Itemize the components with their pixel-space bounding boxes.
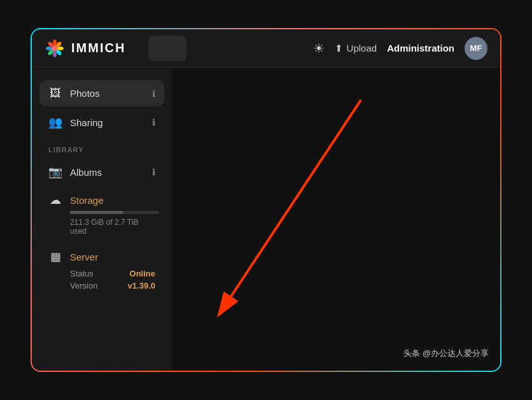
upload-button[interactable]: ⬆ Upload [335,43,377,54]
storage-header[interactable]: ☁ Storage [48,193,155,207]
top-bar: IMMICH ☀ ⬆ Upload Administration MF [32,29,500,68]
storage-label: Storage [70,195,104,206]
status-value: Online [130,269,155,278]
svg-point-7 [46,46,52,50]
server-icon: ▦ [48,250,62,264]
sidebar-item-photos[interactable]: 🖼 Photos ℹ [39,80,164,106]
main-area [172,68,500,371]
server-status-row: Status Online [70,269,155,278]
storage-usage-text: 211.3 GiB of 2.7 TiB used [70,218,155,236]
sharing-icon: 👥 [48,115,62,129]
library-section-label: LIBRARY [39,138,164,156]
watermark: 头条 @办公达人爱分享 [403,348,489,359]
server-version-row: Version v1.39.0 [70,281,155,290]
storage-section: ☁ Storage 211.3 GiB of 2.7 TiB used [39,188,164,242]
user-avatar[interactable]: MF [465,37,487,60]
sidebar-item-sharing[interactable]: 👥 Sharing ℹ [39,109,164,136]
storage-bar-fill [70,211,123,214]
server-label: Server [70,252,98,262]
status-label: Status [70,269,94,278]
sidebar-item-albums[interactable]: 📷 Albums ℹ [39,159,164,185]
albums-info-icon[interactable]: ℹ [152,167,155,177]
svg-point-5 [53,51,57,57]
sharing-label: Sharing [70,117,103,128]
photos-info-icon[interactable]: ℹ [152,89,155,99]
photos-label: Photos [70,88,100,99]
svg-point-3 [57,46,64,50]
search-box[interactable] [148,36,186,61]
administration-button[interactable]: Administration [387,43,454,54]
sidebar: 🖼 Photos ℹ 👥 Sharing ℹ LIBRARY 📷 Albums … [32,68,172,371]
storage-icon: ☁ [48,193,62,207]
brightness-icon[interactable]: ☀ [313,41,325,56]
version-label: Version [70,281,97,290]
photos-icon: 🖼 [48,87,62,100]
main-content: 🖼 Photos ℹ 👥 Sharing ℹ LIBRARY 📷 Albums … [32,68,500,371]
albums-icon: 📷 [48,165,62,179]
version-value: v1.39.0 [128,281,155,290]
upload-label: Upload [347,43,377,54]
sharing-info-icon[interactable]: ℹ [152,117,155,127]
storage-bar-container [70,211,159,214]
app-title: IMMICH [71,41,125,55]
server-section: ▦ Server Status Online Version v1.39.0 [39,245,164,298]
app-logo-icon [45,38,65,59]
svg-point-1 [53,39,57,46]
logo-area: IMMICH [45,38,125,59]
albums-label: Albums [70,167,102,178]
upload-icon: ⬆ [335,43,343,54]
app-window: IMMICH ☀ ⬆ Upload Administration MF 🖼 Ph… [32,29,500,371]
server-header[interactable]: ▦ Server [48,250,155,264]
